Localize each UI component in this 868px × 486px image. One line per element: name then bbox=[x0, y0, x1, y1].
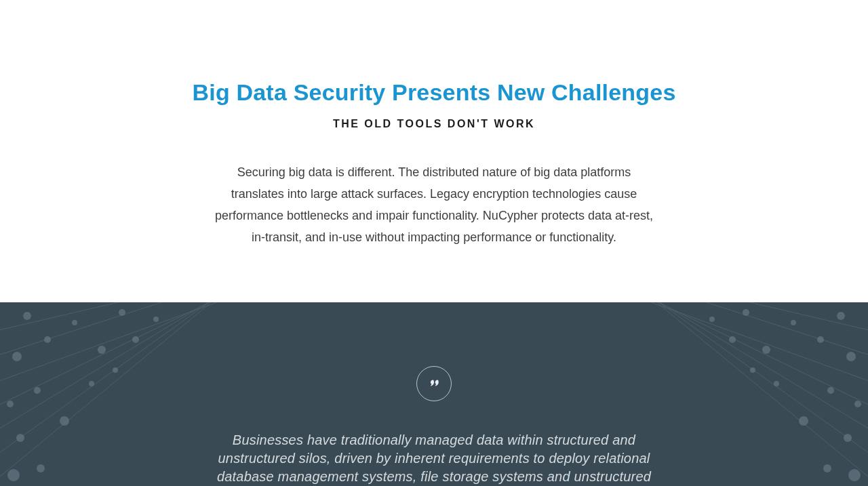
svg-point-32 bbox=[791, 320, 796, 325]
svg-line-9 bbox=[637, 302, 868, 445]
svg-point-27 bbox=[113, 367, 118, 373]
svg-point-16 bbox=[12, 352, 22, 361]
svg-line-5 bbox=[0, 302, 203, 363]
svg-line-11 bbox=[651, 302, 868, 390]
quote-text: Businesses have traditionally managed da… bbox=[207, 431, 661, 486]
svg-point-41 bbox=[854, 401, 861, 407]
svg-point-40 bbox=[823, 464, 831, 472]
svg-point-23 bbox=[89, 381, 94, 386]
svg-point-24 bbox=[132, 336, 139, 343]
svg-point-17 bbox=[72, 320, 77, 325]
svg-line-10 bbox=[644, 302, 868, 418]
svg-point-37 bbox=[743, 309, 749, 316]
svg-point-33 bbox=[762, 346, 770, 354]
svg-point-29 bbox=[837, 312, 845, 320]
hero-subhead: THE OLD TOOLS DON'T WORK bbox=[0, 118, 868, 130]
svg-line-1 bbox=[0, 302, 237, 472]
svg-point-34 bbox=[827, 387, 834, 394]
svg-point-30 bbox=[817, 336, 824, 343]
quote-section: Businesses have traditionally managed da… bbox=[0, 302, 868, 486]
svg-point-39 bbox=[729, 336, 736, 343]
svg-point-25 bbox=[37, 464, 45, 472]
svg-point-14 bbox=[23, 312, 31, 320]
svg-point-45 bbox=[7, 469, 20, 481]
svg-point-31 bbox=[846, 352, 856, 361]
hero-section: Big Data Security Presents New Challenge… bbox=[0, 0, 868, 248]
svg-point-44 bbox=[848, 469, 861, 481]
svg-line-3 bbox=[0, 302, 224, 418]
svg-point-22 bbox=[119, 309, 125, 316]
svg-line-4 bbox=[0, 302, 217, 390]
svg-point-20 bbox=[60, 416, 69, 426]
svg-point-36 bbox=[844, 434, 852, 442]
svg-line-8 bbox=[631, 302, 868, 472]
svg-line-6 bbox=[0, 302, 176, 336]
hero-headline: Big Data Security Presents New Challenge… bbox=[0, 78, 868, 107]
svg-point-19 bbox=[34, 387, 41, 394]
svg-point-35 bbox=[799, 416, 808, 426]
svg-point-38 bbox=[774, 381, 779, 386]
svg-line-2 bbox=[0, 302, 231, 445]
svg-point-18 bbox=[98, 346, 106, 354]
svg-line-13 bbox=[692, 302, 868, 336]
svg-point-15 bbox=[44, 336, 51, 343]
quote-icon bbox=[416, 366, 452, 401]
svg-point-43 bbox=[709, 317, 715, 322]
svg-point-42 bbox=[750, 367, 755, 373]
svg-point-26 bbox=[7, 401, 14, 407]
svg-point-21 bbox=[16, 434, 24, 442]
svg-line-12 bbox=[665, 302, 868, 363]
hero-body: Securing big data is different. The dist… bbox=[210, 161, 658, 248]
svg-point-28 bbox=[153, 317, 159, 322]
